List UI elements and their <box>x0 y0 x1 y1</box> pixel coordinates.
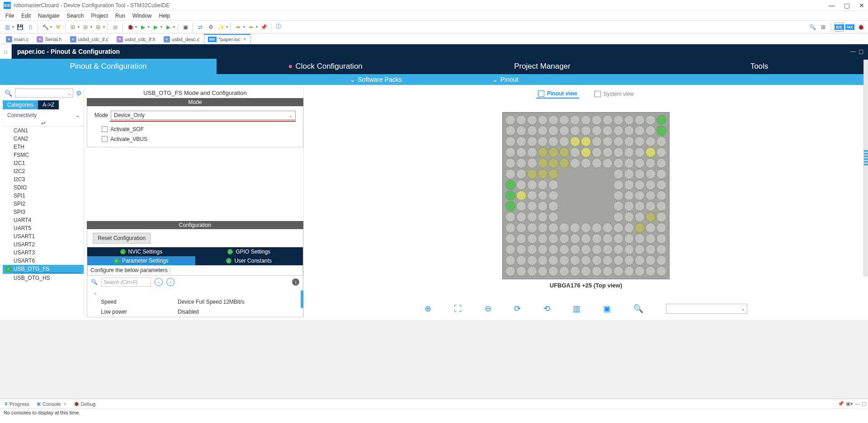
pin[interactable] <box>635 201 645 211</box>
pin[interactable] <box>527 266 537 276</box>
pin[interactable] <box>624 201 634 211</box>
pin[interactable] <box>624 158 634 168</box>
pinout-view-toggle[interactable]: Pinout view <box>536 89 579 99</box>
sidebar-item-usart6[interactable]: USART6 <box>3 257 84 265</box>
pin[interactable] <box>581 147 591 157</box>
pin[interactable] <box>624 244 634 254</box>
pin[interactable] <box>646 255 656 265</box>
pin[interactable] <box>624 180 634 190</box>
pin[interactable] <box>624 223 634 233</box>
pin[interactable] <box>505 180 515 190</box>
pin[interactable] <box>505 266 515 276</box>
pin[interactable] <box>559 255 569 265</box>
rotate-ccw-icon[interactable]: ⟲ <box>543 304 550 314</box>
pin[interactable] <box>538 158 548 168</box>
pin[interactable] <box>538 266 548 276</box>
pin[interactable] <box>624 115 634 125</box>
pin[interactable] <box>635 255 645 265</box>
pin[interactable] <box>505 255 515 265</box>
save-all-icon[interactable]: ⎙ <box>26 23 35 32</box>
pin[interactable] <box>527 223 537 233</box>
pin[interactable] <box>505 244 515 254</box>
menu-window[interactable]: Window <box>129 12 156 20</box>
pin[interactable] <box>581 158 591 168</box>
prev-match-icon[interactable]: ‹ <box>155 278 163 286</box>
pin[interactable] <box>635 158 645 168</box>
pin[interactable] <box>527 234 537 244</box>
pin[interactable] <box>592 266 602 276</box>
pin[interactable] <box>613 266 623 276</box>
pin[interactable] <box>538 244 548 254</box>
pin[interactable] <box>527 169 537 179</box>
build-all-icon[interactable]: ⚒ <box>53 23 62 32</box>
pin[interactable] <box>548 126 558 136</box>
perspective-icon[interactable]: ⊞ <box>819 23 828 32</box>
search-icon[interactable]: 🔍 <box>91 279 98 285</box>
pin[interactable] <box>592 223 602 233</box>
pin[interactable] <box>527 115 537 125</box>
tab-pinout-config[interactable]: Pinout & Configuration <box>0 59 217 74</box>
sidebar-item-usart3[interactable]: USART3 <box>3 249 84 257</box>
param-row[interactable]: Low powerDisabled <box>87 307 303 317</box>
pin[interactable] <box>559 136 569 146</box>
magic-icon[interactable]: ✨ <box>217 23 226 32</box>
pin[interactable] <box>592 158 602 168</box>
pin[interactable] <box>527 244 537 254</box>
pin[interactable] <box>548 255 558 265</box>
pin[interactable] <box>570 266 580 276</box>
pin[interactable] <box>635 115 645 125</box>
pin[interactable] <box>538 115 548 125</box>
pin[interactable] <box>570 234 580 244</box>
minimize-button[interactable]: — <box>829 2 835 9</box>
menu-navigate[interactable]: Navigate <box>34 12 63 20</box>
subtab-software-packs[interactable]: ⌄Software Packs <box>350 76 402 83</box>
tab-clock-config[interactable]: ●Clock Configuration <box>217 59 434 74</box>
pin[interactable] <box>624 191 634 201</box>
reset-configuration-button[interactable]: Reset Configuration <box>93 233 151 244</box>
pin[interactable] <box>516 201 526 211</box>
new-icon[interactable]: ▥ <box>3 23 12 32</box>
tab-usbd-cdc-if-c[interactable]: cusbd_cdc_if.c <box>66 34 113 44</box>
breadcrumb-home-icon[interactable]: ⌂ <box>0 44 12 59</box>
pin[interactable] <box>635 180 645 190</box>
pin[interactable] <box>505 115 515 125</box>
subtab-pinout[interactable]: ⌄Pinout <box>492 76 519 83</box>
sidebar-item-usart1[interactable]: USART1 <box>3 232 84 240</box>
menu-project[interactable]: Project <box>87 12 111 20</box>
pin[interactable] <box>613 234 623 244</box>
pin[interactable] <box>603 158 613 168</box>
breadcrumb-max-icon[interactable]: ▢ <box>859 48 863 55</box>
collapse-icon[interactable]: ⌄ <box>87 288 303 297</box>
pin[interactable] <box>527 180 537 190</box>
coverage-icon[interactable]: ▶ <box>164 23 173 32</box>
pin[interactable] <box>603 223 613 233</box>
pin[interactable] <box>516 147 526 157</box>
pin[interactable] <box>635 223 645 233</box>
activate-sof-checkbox[interactable]: Activate_SOF <box>94 124 296 134</box>
sidebar-item-uart4[interactable]: UART4 <box>3 216 84 224</box>
pin[interactable] <box>656 244 666 254</box>
pin[interactable] <box>656 234 666 244</box>
pin[interactable] <box>592 234 602 244</box>
pin[interactable] <box>570 136 580 146</box>
pin[interactable] <box>656 180 666 190</box>
tab-usbd-desc-c[interactable]: cusbd_desc.c <box>160 34 204 44</box>
pin[interactable] <box>635 147 645 157</box>
pin[interactable] <box>570 223 580 233</box>
pin[interactable] <box>505 234 515 244</box>
sort-icon[interactable]: ▴▾ <box>3 119 84 126</box>
pin[interactable] <box>592 136 602 146</box>
pin[interactable] <box>613 126 623 136</box>
pin[interactable] <box>613 136 623 146</box>
sidebar-item-uart5[interactable]: UART5 <box>3 224 84 232</box>
pin[interactable] <box>548 136 558 146</box>
search-pinout-icon[interactable]: 🔍 <box>633 304 643 314</box>
gear-icon[interactable]: ⚙ <box>206 23 215 32</box>
search-icon[interactable]: 🔍 <box>5 89 12 97</box>
zoom-out-icon[interactable]: ⊖ <box>485 304 491 314</box>
pin[interactable] <box>548 244 558 254</box>
pin[interactable] <box>656 158 666 168</box>
pin[interactable] <box>613 212 623 222</box>
pin[interactable] <box>624 126 634 136</box>
params-search-input[interactable]: Search (Ctrl+F) <box>101 277 151 287</box>
